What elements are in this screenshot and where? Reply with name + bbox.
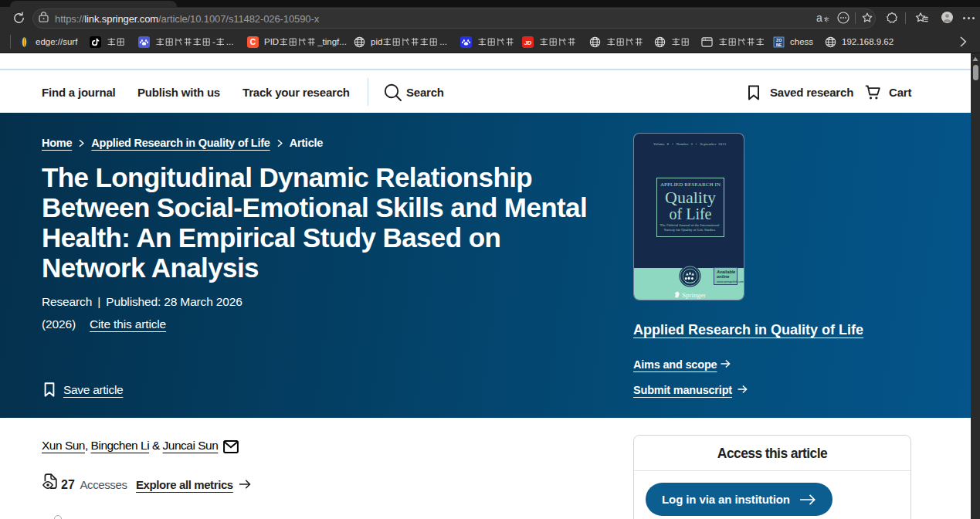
svg-text:NE: NE xyxy=(776,42,782,46)
svg-text:JD: JD xyxy=(524,39,532,46)
svg-text:C: C xyxy=(250,38,256,46)
